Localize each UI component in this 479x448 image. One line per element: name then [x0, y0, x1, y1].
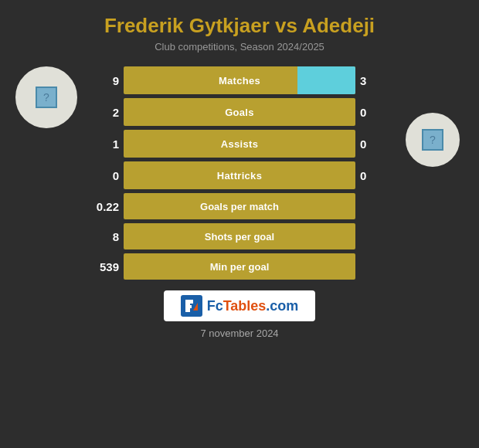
stat-row-matches: 9 Matches 3 — [91, 66, 388, 94]
avatar-right: ? — [406, 113, 460, 167]
stats-area: 9 Matches 3 2 Goals 0 1 — [91, 66, 388, 280]
logo-icon — [181, 295, 202, 317]
stat-left-hattricks: 0 — [91, 169, 124, 182]
stat-bar-shots-per-goal: Shots per goal — [124, 223, 355, 249]
page-subtitle: Club competitions, Season 2024/2025 — [155, 41, 324, 53]
stat-bar-goals: Goals — [124, 98, 355, 126]
stat-left-matches: 9 — [91, 74, 124, 87]
stat-right-assists: 0 — [355, 137, 388, 151]
stat-right-hattricks: 0 — [355, 169, 388, 182]
stat-bar-goals-per-match: Goals per match — [124, 193, 355, 219]
svg-rect-3 — [185, 305, 192, 308]
stat-bar-min-per-goal: Min per goal — [124, 253, 355, 280]
stat-bar-assists: Assists — [124, 130, 355, 158]
stat-left-goals: 2 — [91, 106, 124, 119]
stat-label-assists: Assists — [124, 138, 355, 150]
stat-row-shots-per-goal: 8 Shots per goal - — [91, 223, 388, 249]
player-right: ? — [394, 113, 471, 173]
page-title: Frederik Gytkjaer vs Adedeji — [104, 14, 375, 38]
stat-right-goals: 0 — [355, 106, 388, 119]
player-left: ? — [8, 66, 85, 134]
stat-row-assists: 1 Assists 0 — [91, 130, 388, 158]
comparison-area: ? 9 Matches 3 2 Goals — [8, 66, 471, 280]
stat-label-shots-per-goal: Shots per goal — [124, 231, 355, 243]
logo-text-dot: .com — [266, 298, 298, 314]
stat-label-matches: Matches — [124, 75, 355, 87]
avatar-placeholder-right: ? — [422, 129, 443, 151]
stat-label-goals: Goals — [124, 107, 355, 118]
logo-text: FcTables.com — [207, 298, 299, 314]
logo-text-red: Tables — [223, 298, 267, 314]
stat-row-hattricks: 0 Hattricks 0 — [91, 161, 388, 189]
stat-left-min-per-goal: 539 — [91, 260, 124, 273]
stat-left-goals-per-match: 0.22 — [91, 200, 124, 213]
logo-area: FcTables.com — [164, 290, 316, 321]
stat-label-hattricks: Hattricks — [124, 170, 355, 182]
stat-label-min-per-goal: Min per goal — [124, 261, 355, 273]
stat-right-matches: 3 — [355, 74, 388, 87]
svg-rect-2 — [185, 300, 193, 304]
stat-bar-hattricks: Hattricks — [124, 161, 355, 189]
stat-row-goals-per-match: 0.22 Goals per match - — [91, 193, 388, 219]
avatar-placeholder-left: ? — [36, 87, 57, 108]
logo-text-blue: Fc — [207, 298, 223, 314]
date-text: 7 november 2024 — [200, 328, 278, 339]
avatar-left: ? — [15, 66, 77, 128]
stat-row-min-per-goal: 539 Min per goal - — [91, 253, 388, 280]
stat-left-shots-per-goal: 8 — [91, 230, 124, 243]
stat-label-goals-per-match: Goals per match — [124, 201, 355, 212]
stat-bar-matches: Matches — [124, 66, 355, 94]
stat-left-assists: 1 — [91, 137, 124, 151]
stat-row-goals: 2 Goals 0 — [91, 98, 388, 126]
main-container: Frederik Gytkjaer vs Adedeji Club compet… — [0, 0, 479, 448]
